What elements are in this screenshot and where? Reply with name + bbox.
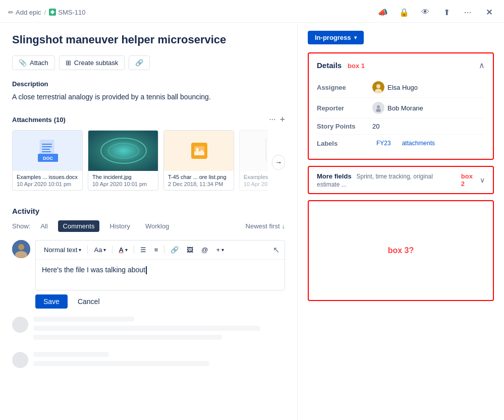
paperclip-icon: 📎 — [19, 59, 27, 67]
lock-button[interactable]: 🔒 — [397, 5, 411, 19]
filter-worklog-button[interactable]: Worklog — [140, 220, 174, 232]
editor-content[interactable]: Here's the file I was talking about — [36, 260, 285, 290]
attachment-info-img2: T-45 char ... ore list.png 2 Dec 2018, 1… — [164, 171, 234, 190]
assignee-avatar — [372, 81, 384, 93]
more-actions-button[interactable]: ··· — [461, 5, 475, 19]
skeleton-comment — [12, 317, 285, 344]
editor-toolbar: Normal text ▾ Aa ▾ A ▾ — [36, 241, 285, 260]
toolbar-sep-1 — [87, 246, 88, 254]
sort-button[interactable]: Newest first ↓ — [246, 222, 285, 230]
image-toolbar-button[interactable]: 🖼 — [184, 245, 196, 255]
attachment-card-img1[interactable]: The incident.jpg 10 Apr 2020 10:01 pm — [88, 130, 158, 191]
details-collapse-button[interactable]: ∧ — [479, 61, 485, 70]
breadcrumb: ✏ Add epic / SMS-110 — [8, 9, 85, 16]
filter-all-button[interactable]: All — [35, 220, 52, 232]
attachment-name-doc: Examples ... issues.docx — [17, 174, 78, 180]
skeleton-comment-2 — [12, 352, 285, 370]
attachment-date-img2: 2 Dec 2018, 11:34 PM — [168, 181, 230, 187]
svg-rect-3 — [42, 146, 52, 147]
attachment-card-doc[interactable]: DOC Examples ... issues.docx 10 Apr 2020… — [12, 130, 83, 191]
filter-comments-button[interactable]: Comments — [58, 220, 100, 232]
link-toolbar-icon: 🔗 — [171, 246, 179, 254]
attachments-scroll: DOC Examples ... issues.docx 10 Apr 2020… — [12, 130, 268, 195]
svg-rect-8 — [88, 131, 158, 171]
attachments-add-button[interactable]: + — [279, 114, 285, 125]
reporter-row: Reporter Bob Morane — [317, 98, 485, 118]
attach-button[interactable]: 📎 Attach — [12, 55, 55, 70]
attachments-title-group: Attachments (10) — [12, 115, 66, 124]
more-fields-chevron-icon: ∨ — [480, 176, 485, 184]
editor-text: Here's the file I was talking about — [42, 266, 145, 274]
main-layout: Slingshot maneuver helper microservice 📎… — [0, 23, 504, 420]
breadcrumb-issue-id[interactable]: SMS-110 — [58, 9, 85, 16]
action-buttons: 📎 Attach ⊞ Create subtask 🔗 — [12, 55, 285, 70]
link-toolbar-button[interactable]: 🔗 — [167, 245, 182, 255]
svg-rect-4 — [42, 149, 50, 150]
reporter-name: Bob Morane — [387, 104, 423, 112]
reporter-label: Reporter — [317, 104, 372, 112]
attachments-more-button[interactable]: ··· — [269, 115, 275, 124]
more-toolbar-button[interactable]: + ▾ — [213, 245, 228, 255]
attachment-date-img1: 10 Apr 2020 10:01 pm — [92, 181, 154, 187]
more-fields-right: box 2 ∨ — [457, 172, 485, 188]
bullet-list-icon: ☰ — [140, 246, 146, 254]
details-header: Details box 1 ∧ — [317, 61, 485, 70]
description-text: A close terrestrial analogy is provided … — [12, 92, 285, 102]
attachment-info-doc: Examples ... issues.docx 10 Apr 2020 10:… — [13, 171, 82, 190]
font-size-button[interactable]: Aa ▾ — [91, 245, 109, 255]
status-button[interactable]: In-progress ▾ — [308, 31, 364, 44]
text-format-selector[interactable]: Normal text ▾ — [41, 245, 84, 255]
right-panel: In-progress ▾ Details box 1 ∧ Assignee — [298, 23, 504, 420]
attachment-card-img2[interactable]: T-45 char ... ore list.png 2 Dec 2018, 1… — [163, 130, 234, 191]
breadcrumb-issue[interactable]: SMS-110 — [49, 9, 85, 16]
watch-button[interactable]: 👁 — [418, 5, 432, 19]
megaphone-button[interactable]: 📣 — [376, 5, 390, 19]
more-fields-box[interactable]: More fields Sprint, time tracking, origi… — [308, 166, 494, 194]
filter-history-button[interactable]: History — [104, 220, 135, 232]
attachment-thumb-img2 — [164, 131, 234, 171]
box3: box 3? — [308, 200, 494, 301]
share-button[interactable]: ⬆ — [439, 5, 454, 19]
description-label: Description — [12, 80, 285, 88]
issue-title: Slingshot maneuver helper microservice — [12, 33, 285, 47]
close-button[interactable]: ✕ — [482, 5, 496, 19]
attachments-actions: ··· + — [269, 114, 285, 125]
toolbar-sep-2 — [112, 246, 113, 254]
story-points-label: Story Points — [317, 123, 372, 130]
assignee-value: Elsa Hugo — [372, 81, 418, 93]
subtask-icon: ⊞ — [66, 59, 71, 67]
svg-rect-13 — [266, 138, 268, 160]
story-points-row: Story Points 20 — [317, 118, 485, 135]
status-label: In-progress — [315, 34, 351, 41]
labels-value: FY23 attachments — [372, 139, 439, 148]
editor-box[interactable]: Normal text ▾ Aa ▾ A ▾ — [35, 240, 285, 290]
save-comment-button[interactable]: Save — [35, 294, 68, 309]
show-bar: Show: All Comments History Worklog Newes… — [12, 220, 285, 232]
activity-title: Activity — [12, 207, 285, 215]
breadcrumb-add-epic[interactable]: Add epic — [16, 9, 41, 16]
create-subtask-button[interactable]: ⊞ Create subtask — [59, 55, 125, 70]
top-icons: 📣 🔒 👁 ⬆ ··· ✕ — [376, 5, 496, 19]
text-color-button[interactable]: A ▾ — [116, 245, 130, 255]
labels-row: Labels FY23 attachments — [317, 135, 485, 152]
mention-button[interactable]: @ — [198, 245, 211, 255]
font-size-label: Aa — [94, 246, 102, 254]
cancel-comment-button[interactable]: Cancel — [72, 294, 106, 309]
attachment-card-doc2[interactable]: Examples ... 10 Apr 2020 — [239, 130, 268, 191]
image-toolbar-icon: 🖼 — [187, 246, 193, 254]
assignee-row: Assignee Elsa Hugo — [317, 77, 485, 98]
text-color-label: A — [119, 246, 123, 254]
bullet-list-button[interactable]: ☰ — [137, 245, 149, 255]
breadcrumb-edit[interactable]: ✏ Add epic — [8, 9, 41, 16]
text-format-label: Normal text — [44, 246, 77, 254]
attachment-info-img1: The incident.jpg 10 Apr 2020 10:01 pm — [88, 171, 158, 190]
editor-actions: Save Cancel — [35, 294, 285, 309]
label-attachments[interactable]: attachments — [398, 139, 439, 148]
numbered-list-button[interactable]: ≡ — [151, 245, 161, 255]
attachments-next-button[interactable]: → — [272, 155, 285, 170]
label-fy23[interactable]: FY23 — [372, 139, 395, 148]
numbered-list-icon: ≡ — [154, 246, 158, 254]
link-button[interactable]: 🔗 — [129, 55, 150, 70]
box3-label: box 3? — [388, 246, 414, 255]
top-bar: ✏ Add epic / SMS-110 📣 🔒 👁 ⬆ ··· ✕ — [0, 0, 504, 23]
